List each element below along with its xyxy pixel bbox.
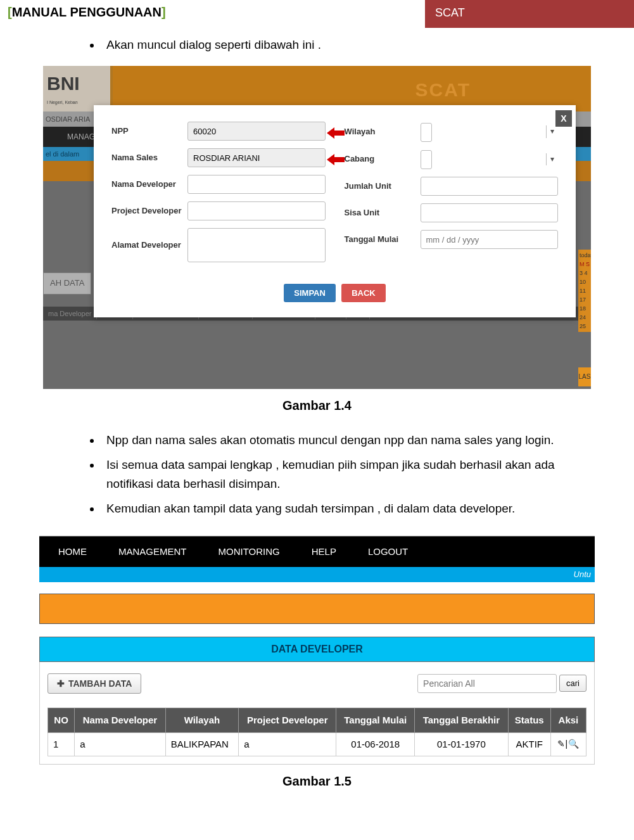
mid-bullet: Isi semua data sampai lengkap , kemudian…	[101, 455, 596, 494]
npp-input[interactable]	[187, 122, 326, 141]
cabang-select[interactable]	[421, 150, 432, 169]
tambah-data-button[interactable]: ✚ TAMBAH DATA	[48, 673, 141, 694]
col-tanggal-berakhir: Tanggal Berakhir	[415, 708, 509, 732]
cell-wilayah: BALIKPAPAN	[165, 732, 238, 756]
cari-button[interactable]: cari	[559, 675, 586, 692]
menu-help[interactable]: HELP	[312, 544, 336, 559]
tanggal-mulai-input[interactable]	[421, 230, 559, 249]
nama-sales-label: Nama Sales	[111, 151, 187, 165]
jumlah-unit-input[interactable]	[421, 177, 559, 196]
col-nama-developer: Nama Developer	[75, 708, 166, 732]
project-developer-input[interactable]	[187, 201, 326, 220]
bracket-open: [	[8, 5, 12, 19]
tanggal-mulai-label: Tanggal Mulai	[345, 233, 421, 246]
wilayah-label: Wilayah	[345, 125, 421, 139]
project-developer-label: Project Developer	[111, 205, 187, 218]
developer-table: NO Nama Developer Wilayah Project Develo…	[48, 708, 586, 756]
jumlah-unit-label: Jumlah Unit	[345, 180, 421, 193]
search-input[interactable]	[417, 674, 557, 693]
screenshot-dialog: BNI I Negeri, Keban SCAT OSDIAR ARIA MAN…	[43, 66, 591, 389]
panel-title: DATA DEVELOPER	[39, 637, 595, 662]
sisa-unit-label: Sisa Unit	[345, 207, 421, 220]
cell-akhir: 01-01-1970	[415, 732, 509, 756]
dim-button-fragment: AH DATA	[43, 272, 91, 295]
menu-home[interactable]: HOME	[58, 544, 87, 559]
intro-bullets: Akan muncul dialog seperti dibawah ini .	[101, 35, 596, 54]
las-fragment: LAS	[578, 367, 591, 386]
plus-icon: ✚	[57, 678, 65, 689]
intro-bullet: Akan muncul dialog seperti dibawah ini .	[101, 35, 596, 54]
calendar-fragment: today M S 3 4 10 11 17 18 24 25	[578, 250, 591, 332]
col-wilayah: Wilayah	[165, 708, 238, 732]
header-title-text: MANUAL PENGGUNAAN	[12, 5, 162, 19]
nama-sales-input[interactable]	[187, 148, 326, 167]
col-tanggal-mulai: Tanggal Mulai	[336, 708, 415, 732]
figure-caption-2: Gambar 1.5	[38, 771, 596, 791]
main-menu: HOME MANAGEMENT MONITORING HELP LOGOUT	[39, 537, 595, 567]
cell-status: AKTIF	[508, 732, 550, 756]
svg-marker-1	[327, 154, 345, 165]
wilayah-select[interactable]	[421, 123, 432, 142]
sisa-unit-input[interactable]	[421, 203, 559, 222]
col-no: NO	[48, 708, 75, 732]
page-header: [MANUAL PENGGUNAAN] SCAT	[0, 0, 634, 28]
header-right-label: SCAT	[425, 0, 634, 28]
arrow-icon	[327, 152, 345, 171]
figure-caption-1: Gambar 1.4	[38, 395, 596, 416]
alamat-developer-input[interactable]	[187, 228, 326, 262]
mid-bullet: Npp dan nama sales akan otomatis muncul …	[101, 431, 596, 450]
mid-bullets: Npp dan nama sales akan otomatis muncul …	[101, 431, 596, 518]
screenshot-data-developer: HOME MANAGEMENT MONITORING HELP LOGOUT U…	[39, 536, 595, 765]
mid-bullet: Kemudian akan tampil data yang sudah ter…	[101, 499, 596, 518]
info-strip: Untu	[39, 567, 595, 582]
alamat-developer-label: Alamat Developer	[111, 239, 187, 252]
cell-aksi[interactable]: ✎|🔍	[550, 732, 586, 756]
arrow-icon	[327, 125, 345, 144]
table-header-row: NO Nama Developer Wilayah Project Develo…	[48, 708, 586, 732]
cell-proj: a	[239, 732, 336, 756]
nama-developer-label: Nama Developer	[111, 178, 187, 191]
cell-mulai: 01-06-2018	[336, 732, 415, 756]
form-dialog: X NPP Nama Sales	[94, 105, 576, 317]
npp-label: NPP	[111, 125, 187, 138]
col-aksi: Aksi	[550, 708, 586, 732]
nama-developer-input[interactable]	[187, 175, 326, 194]
col-project-developer: Project Developer	[239, 708, 336, 732]
col-status: Status	[508, 708, 550, 732]
table-row: 1 a BALIKPAPAN a 01-06-2018 01-01-1970 A…	[48, 732, 586, 756]
menu-logout[interactable]: LOGOUT	[368, 544, 408, 559]
svg-marker-0	[327, 127, 345, 139]
simpan-button[interactable]: SIMPAN	[284, 284, 336, 302]
bracket-close: ]	[162, 5, 166, 19]
cell-no: 1	[48, 732, 75, 756]
cell-nama: a	[75, 732, 166, 756]
menu-management[interactable]: MANAGEMENT	[118, 544, 187, 559]
back-button[interactable]: BACK	[341, 284, 386, 302]
app-title: SCAT	[415, 75, 471, 105]
header-title: [MANUAL PENGGUNAAN]	[0, 0, 425, 28]
menu-monitoring[interactable]: MONITORING	[219, 544, 280, 559]
tambah-data-label: TAMBAH DATA	[68, 678, 132, 689]
orange-banner	[39, 594, 595, 624]
cabang-label: Cabang	[345, 153, 421, 166]
